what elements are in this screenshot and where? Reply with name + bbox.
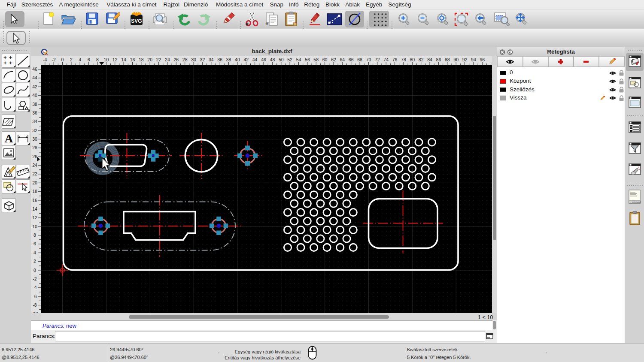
svg-text:20: 20 — [147, 57, 152, 62]
svg-text:76: 76 — [392, 57, 398, 62]
svg-text:72: 72 — [375, 57, 380, 62]
svg-text:12: 12 — [32, 215, 37, 220]
svg-text:16: 16 — [32, 198, 37, 203]
svg-text:70: 70 — [366, 57, 371, 62]
svg-text:38: 38 — [226, 57, 231, 62]
svg-text:42: 42 — [32, 84, 37, 89]
svg-text:46: 46 — [32, 66, 37, 72]
svg-text:66: 66 — [349, 57, 354, 62]
svg-text:68: 68 — [357, 57, 362, 62]
svg-text:26: 26 — [32, 154, 37, 159]
svg-text:28: 28 — [32, 145, 37, 150]
svg-text:-2: -2 — [52, 57, 55, 62]
svg-text:10: 10 — [32, 224, 37, 229]
svg-text:88: 88 — [445, 57, 450, 62]
svg-text:2: 2 — [70, 57, 73, 62]
svg-text:12: 12 — [112, 57, 118, 62]
svg-text:40: 40 — [235, 57, 240, 62]
svg-text:+: + — [265, 21, 269, 26]
svg-text:36: 36 — [217, 57, 222, 62]
svg-text:56: 56 — [305, 57, 310, 62]
svg-text:16: 16 — [130, 57, 135, 62]
svg-text:6: 6 — [88, 57, 90, 62]
svg-text:4: 4 — [33, 250, 36, 255]
svg-text:58: 58 — [313, 57, 319, 62]
svg-text:-6: -6 — [33, 294, 36, 299]
svg-text:34: 34 — [32, 119, 37, 124]
svg-text:50: 50 — [279, 57, 284, 62]
svg-text:24: 24 — [32, 163, 37, 168]
svg-text:18: 18 — [139, 57, 144, 62]
svg-text:54: 54 — [296, 57, 301, 62]
svg-text:48: 48 — [270, 57, 275, 62]
svg-text:94: 94 — [471, 57, 476, 62]
svg-text:60: 60 — [322, 57, 328, 62]
svg-text:26: 26 — [173, 57, 179, 62]
svg-text:46: 46 — [261, 57, 266, 62]
svg-text:0: 0 — [33, 268, 36, 273]
svg-text:78: 78 — [401, 57, 406, 62]
svg-text:96: 96 — [480, 57, 485, 62]
svg-text:22: 22 — [32, 171, 37, 176]
svg-text:62: 62 — [331, 57, 336, 62]
svg-text:2: 2 — [33, 259, 36, 264]
svg-text:8: 8 — [96, 57, 99, 62]
svg-text:-10: -10 — [31, 311, 38, 313]
svg-text:52: 52 — [287, 57, 292, 62]
svg-text:42: 42 — [243, 57, 249, 62]
svg-text:+: + — [9, 60, 12, 66]
svg-text:18: 18 — [32, 189, 37, 194]
svg-text:20: 20 — [32, 180, 37, 185]
svg-text:74: 74 — [383, 57, 389, 62]
svg-text:24: 24 — [165, 57, 170, 62]
svg-text:-8: -8 — [33, 302, 36, 308]
svg-text:84: 84 — [427, 57, 432, 62]
svg-text:8: 8 — [33, 232, 36, 238]
svg-text:32: 32 — [200, 57, 205, 62]
svg-text:14: 14 — [121, 57, 126, 62]
svg-text:SVG: SVG — [131, 18, 142, 24]
svg-text:30: 30 — [191, 57, 196, 62]
svg-text:64: 64 — [340, 57, 345, 62]
svg-text:92: 92 — [462, 57, 468, 62]
svg-text:90: 90 — [453, 57, 459, 62]
svg-text:< command: < command — [630, 201, 641, 203]
svg-text:0: 0 — [61, 57, 64, 62]
svg-text:36: 36 — [32, 110, 37, 115]
svg-text:34: 34 — [209, 57, 214, 62]
svg-text:40: 40 — [32, 93, 37, 98]
svg-text:86: 86 — [436, 57, 441, 62]
svg-text:14: 14 — [32, 206, 37, 211]
svg-text:-2: -2 — [33, 276, 36, 281]
svg-text:22: 22 — [156, 57, 161, 62]
svg-text:28: 28 — [182, 57, 188, 62]
svg-text:82: 82 — [419, 57, 424, 62]
svg-text:A: A — [5, 132, 13, 145]
svg-text:44: 44 — [32, 75, 37, 80]
svg-text:44: 44 — [252, 57, 258, 62]
svg-text:-4: -4 — [43, 57, 47, 62]
svg-text:+: + — [3, 60, 7, 66]
svg-text:-4: -4 — [33, 285, 36, 290]
svg-text:38: 38 — [32, 102, 37, 107]
svg-text:32: 32 — [32, 128, 37, 133]
svg-text:6: 6 — [33, 241, 36, 246]
svg-text:30: 30 — [32, 136, 37, 142]
svg-text:80: 80 — [410, 57, 415, 62]
svg-text:4: 4 — [79, 57, 81, 62]
svg-text:10: 10 — [104, 57, 109, 62]
